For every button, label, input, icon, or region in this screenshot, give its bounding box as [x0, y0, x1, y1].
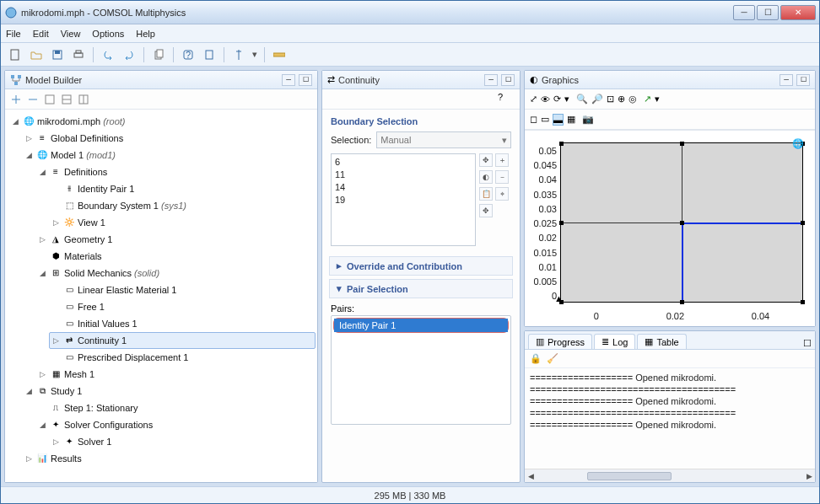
- move-icon[interactable]: ✥: [479, 204, 493, 217]
- copy-icon[interactable]: [149, 46, 168, 64]
- minimize-button[interactable]: ─: [733, 5, 755, 20]
- new-icon[interactable]: [6, 46, 24, 64]
- lock-icon[interactable]: 🔒: [530, 353, 542, 364]
- menu-help[interactable]: Help: [136, 29, 155, 39]
- maximize-button[interactable]: ☐: [757, 5, 779, 20]
- solver-icon: ✦: [63, 436, 75, 448]
- continuity-icon: ⇄: [63, 335, 75, 346]
- add-icon[interactable]: ＋: [495, 153, 509, 167]
- selection-dropdown[interactable]: Manual▾: [376, 131, 511, 148]
- plot-area[interactable]: 0.050.0450.040.0350.030.0250.020.0150.01…: [525, 130, 815, 326]
- doc-icon[interactable]: [200, 46, 218, 64]
- open-icon[interactable]: [27, 46, 46, 64]
- select-point-icon[interactable]: ◻: [530, 114, 537, 125]
- log-text[interactable]: =================== Opened mikrodomi. ==…: [525, 368, 815, 469]
- menu-edit[interactable]: Edit: [33, 29, 49, 39]
- svg-point-0: [6, 8, 16, 18]
- pair-icon: ⫵: [63, 183, 75, 195]
- h-scrollbar[interactable]: ◀ ▶: [525, 469, 815, 482]
- zoom-extents-icon[interactable]: ⤢: [530, 94, 537, 105]
- help-icon[interactable]: ?: [179, 46, 197, 64]
- close-button[interactable]: ✕: [780, 5, 816, 20]
- plot-canvas[interactable]: 🌐 ▲: [560, 142, 803, 303]
- mph-icon: 🌐: [23, 115, 35, 127]
- select-domain-icon[interactable]: ▦: [567, 114, 575, 125]
- select-edge-icon[interactable]: ▭: [541, 114, 549, 125]
- ruler-icon[interactable]: [270, 46, 289, 64]
- x-axis: 00.020.04: [560, 311, 803, 321]
- help-panel-icon[interactable]: ?: [498, 92, 515, 107]
- tab-table[interactable]: ▦Table: [637, 334, 686, 349]
- menu-file[interactable]: File: [6, 29, 21, 39]
- clear-icon[interactable]: 🧹: [547, 353, 558, 364]
- axis-icon[interactable]: ↗: [644, 94, 651, 105]
- chevron-down-icon: ▾: [502, 135, 507, 146]
- definitions-icon: ≡: [50, 166, 62, 178]
- save-icon[interactable]: [48, 46, 67, 64]
- zoom-out-icon[interactable]: 🔎: [591, 94, 603, 105]
- expand-icon[interactable]: [10, 94, 22, 105]
- undo-icon[interactable]: [99, 46, 117, 64]
- panel-title: Model Builder: [25, 75, 278, 85]
- chevron-down-icon[interactable]: ▾: [251, 46, 259, 64]
- center-icon[interactable]: ⊕: [618, 94, 625, 105]
- graphics-toolbar: ⤢ 👁 ⟳ ▾ 🔍 🔎 ⊡ ⊕ ◎ ↗ ▾: [525, 89, 815, 110]
- results-icon: 📊: [36, 453, 48, 464]
- remove-icon[interactable]: －: [495, 170, 509, 184]
- panel-menu-icon[interactable]: ☐: [501, 74, 515, 86]
- zoom-sel-icon[interactable]: ⌖: [495, 187, 509, 201]
- tab-progress[interactable]: ▥Progress: [528, 334, 592, 349]
- redo-icon[interactable]: [120, 46, 138, 64]
- tree-opt3-icon[interactable]: [78, 94, 89, 105]
- paste-icon[interactable]: 📋: [479, 187, 493, 201]
- scroll-thumb[interactable]: [587, 472, 672, 480]
- svg-rect-17: [46, 95, 54, 104]
- select-boundary-icon[interactable]: ▬: [553, 114, 564, 126]
- menu-options[interactable]: Options: [92, 29, 124, 39]
- axis-badge-icon: 🌐: [792, 138, 804, 149]
- menubar: File Edit View Options Help: [1, 24, 819, 43]
- log-icon: ≣: [602, 336, 609, 347]
- pairs-listbox[interactable]: Identity Pair 1: [331, 315, 511, 425]
- print-icon[interactable]: [69, 46, 88, 64]
- global-icon: ≡: [36, 132, 48, 144]
- chevron-down-icon[interactable]: ▾: [655, 94, 660, 105]
- refresh-icon[interactable]: ⟳: [553, 94, 561, 105]
- param-icon[interactable]: [229, 46, 248, 64]
- panel-menu-icon[interactable]: ☐: [796, 74, 810, 86]
- camera-icon[interactable]: 📷: [582, 114, 594, 125]
- collapse-icon[interactable]: [27, 94, 39, 105]
- tree-opt2-icon[interactable]: [61, 94, 73, 105]
- svg-rect-5: [76, 51, 81, 53]
- tab-log[interactable]: ≣Log: [594, 334, 635, 349]
- menu-view[interactable]: View: [61, 29, 81, 39]
- tree-item-continuity[interactable]: ▷⇄Continuity 1: [49, 332, 316, 349]
- scroll-left-icon[interactable]: ◀: [525, 470, 537, 482]
- override-section[interactable]: ▸Override and Contribution: [329, 256, 513, 276]
- geometry-icon: ◮: [50, 233, 62, 245]
- model-tree[interactable]: ◢🌐mikrodomi.mph (root) ▷≡Global Definiti…: [5, 110, 317, 482]
- solid-icon: ⊞: [50, 267, 62, 279]
- toggle-icon[interactable]: ◐: [479, 170, 493, 184]
- zoom-box-icon[interactable]: ⊡: [607, 94, 614, 105]
- boundary-listbox[interactable]: 6 11 14 19: [331, 153, 476, 246]
- eye-icon[interactable]: 👁: [541, 94, 550, 105]
- panel-menu-icon[interactable]: ☐: [803, 338, 812, 349]
- chevron-down-icon[interactable]: ▾: [564, 94, 569, 105]
- target-icon[interactable]: ◎: [628, 94, 637, 105]
- svg-rect-14: [11, 75, 14, 78]
- triangle-icon: ▲: [554, 293, 564, 303]
- tree-opt1-icon[interactable]: [44, 94, 56, 105]
- minimize-panel-icon[interactable]: ─: [282, 74, 295, 86]
- graphics-toolbar2: ◻ ▭ ▬ ▦ 📷: [525, 110, 815, 130]
- model-builder-panel: Model Builder ─ ☐ ◢🌐mikrodomi.mph (root)…: [4, 70, 318, 483]
- panel-menu-icon[interactable]: ☐: [299, 74, 312, 86]
- scroll-right-icon[interactable]: ▶: [803, 470, 815, 482]
- zoom-in-icon[interactable]: 🔍: [576, 94, 588, 105]
- progress-icon: ▥: [536, 336, 544, 347]
- pair-section[interactable]: ▾Pair Selection: [329, 279, 513, 298]
- activate-icon[interactable]: ✥: [479, 153, 493, 167]
- panel-min-icon[interactable]: ─: [780, 74, 793, 86]
- pair-item[interactable]: Identity Pair 1: [334, 319, 508, 332]
- panel-min-icon[interactable]: ─: [484, 74, 498, 86]
